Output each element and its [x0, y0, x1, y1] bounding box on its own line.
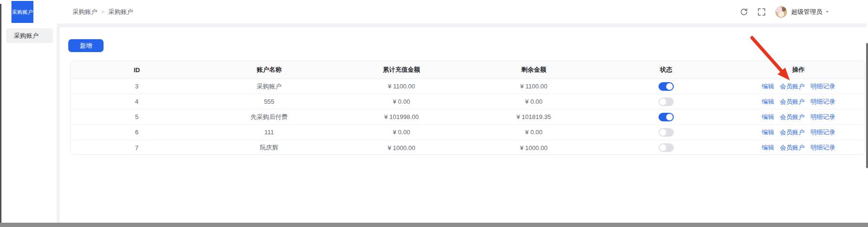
- cell-name: 111: [203, 125, 335, 140]
- window-left-edge: [0, 4, 1, 227]
- cell-remaining: ¥ 1100.00: [468, 79, 600, 94]
- member-account-link[interactable]: 会员账户: [780, 82, 805, 91]
- cell-remaining: ¥ 101819.35: [468, 109, 600, 124]
- status-toggle[interactable]: [659, 82, 674, 91]
- column-header-status: 状态: [600, 61, 732, 78]
- cell-id: 4: [71, 94, 203, 109]
- detail-record-link[interactable]: 明细记录: [810, 82, 835, 91]
- cell-id: 3: [71, 79, 203, 94]
- edit-link[interactable]: 编辑: [762, 128, 774, 137]
- cell-name: 采购账户: [203, 79, 335, 94]
- cell-total: ¥ 0.00: [335, 94, 468, 109]
- table-row: 6 111 ¥ 0.00 ¥ 0.00 编辑 会员账户 明细记录: [71, 125, 865, 140]
- cell-name: 先采购后付费: [203, 109, 335, 124]
- cell-remaining: ¥ 0.00: [468, 94, 600, 109]
- table-row: 5 先采购后付费 ¥ 101998.00 ¥ 101819.35 编辑 会员账户…: [71, 109, 865, 125]
- status-toggle[interactable]: [659, 128, 674, 137]
- table-row: 7 阮庆辉 ¥ 1000.00 ¥ 1000.00 编辑 会员账户 明细记录: [71, 140, 865, 155]
- user-name: 超级管理员: [791, 8, 822, 16]
- column-header-id: ID: [71, 61, 203, 78]
- edit-link[interactable]: 编辑: [762, 143, 774, 152]
- member-account-link[interactable]: 会员账户: [780, 97, 805, 106]
- app-window: 采购账户 采购账户 采购账户 > 采购账户: [0, 0, 868, 227]
- column-header-actions: 操作: [732, 61, 865, 78]
- user-menu[interactable]: 超级管理员 ▾: [775, 6, 828, 18]
- detail-record-link[interactable]: 明细记录: [810, 143, 835, 152]
- column-header-name: 账户名称: [203, 61, 335, 78]
- member-account-link[interactable]: 会员账户: [780, 113, 805, 121]
- breadcrumb: 采购账户 > 采购账户: [73, 0, 133, 23]
- cell-remaining: ¥ 0.00: [468, 125, 600, 140]
- status-toggle[interactable]: [659, 113, 674, 121]
- table-row: 3 采购账户 ¥ 1100.00 ¥ 1100.00 编辑 会员账户 明细记录: [71, 79, 865, 94]
- sidebar-item-purchase-account[interactable]: 采购账户: [6, 28, 53, 43]
- status-toggle[interactable]: [659, 97, 674, 106]
- fullscreen-icon[interactable]: [757, 8, 766, 16]
- member-account-link[interactable]: 会员账户: [780, 143, 805, 152]
- window-bottom-edge: [0, 223, 868, 227]
- detail-record-link[interactable]: 明细记录: [810, 113, 835, 121]
- cell-total: ¥ 101998.00: [335, 109, 468, 124]
- toggle-knob: [666, 83, 673, 90]
- column-header-remaining: 剩余金额: [468, 61, 600, 78]
- sidebar-item-label: 采购账户: [14, 32, 39, 39]
- breadcrumb-separator: >: [101, 9, 105, 15]
- add-button[interactable]: 新增: [68, 39, 104, 52]
- status-toggle[interactable]: [659, 143, 674, 152]
- detail-record-link[interactable]: 明细记录: [810, 128, 835, 137]
- sidebar: 采购账户 采购账户: [1, 0, 57, 223]
- cell-name: 555: [203, 94, 335, 109]
- edit-link[interactable]: 编辑: [762, 82, 774, 91]
- chevron-down-icon: ▾: [826, 10, 828, 14]
- refresh-icon[interactable]: [740, 8, 748, 16]
- cell-remaining: ¥ 1000.00: [468, 140, 600, 155]
- breadcrumb-item-current: 采购账户: [108, 8, 133, 16]
- cell-id: 7: [71, 140, 203, 155]
- toggle-knob: [666, 114, 673, 120]
- detail-record-link[interactable]: 明细记录: [810, 97, 835, 106]
- cell-id: 6: [71, 125, 203, 140]
- table-row: 4 555 ¥ 0.00 ¥ 0.00 编辑 会员账户 明细记录: [71, 94, 865, 109]
- app-logo: 采购账户: [11, 1, 33, 23]
- edit-link[interactable]: 编辑: [762, 97, 774, 106]
- cell-total: ¥ 1100.00: [335, 79, 468, 94]
- cell-id: 5: [71, 109, 203, 124]
- member-account-link[interactable]: 会员账户: [780, 128, 805, 137]
- column-header-total: 累计充值金额: [335, 61, 468, 78]
- cell-total: ¥ 1000.00: [335, 140, 468, 155]
- breadcrumb-item[interactable]: 采购账户: [73, 8, 97, 16]
- edit-link[interactable]: 编辑: [762, 113, 774, 121]
- toggle-knob: [659, 129, 666, 136]
- avatar[interactable]: [775, 6, 787, 18]
- topbar: 采购账户 > 采购账户 超级管理员 ▾: [57, 0, 867, 23]
- cell-name: 阮庆辉: [203, 140, 335, 155]
- table-header-row: ID 账户名称 累计充值金额 剩余金额 状态 操作: [71, 61, 865, 79]
- accounts-table: ID 账户名称 累计充值金额 剩余金额 状态 操作 3 采购账户 ¥ 1100.…: [70, 61, 865, 155]
- scrollbar-thumb[interactable]: [866, 43, 868, 168]
- toggle-knob: [659, 98, 666, 105]
- cell-total: ¥ 0.00: [335, 125, 468, 140]
- toggle-knob: [659, 144, 666, 151]
- topbar-right: 超级管理员 ▾: [740, 0, 828, 23]
